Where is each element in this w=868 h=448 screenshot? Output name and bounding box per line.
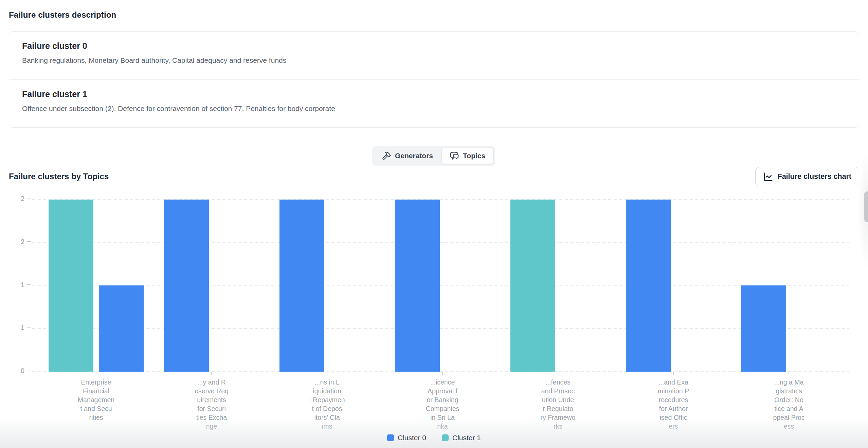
chart-section-title: Failure clusters by Topics [9,172,109,181]
bar-cluster-1[interactable] [49,200,93,372]
bar-cluster-0[interactable] [741,285,786,372]
y-gridline [32,328,849,329]
legend-item-cluster-0[interactable]: Cluster 0 [387,434,426,442]
y-gridline [32,285,849,286]
bar-cluster-0[interactable] [626,200,671,372]
bar-cluster-1[interactable] [510,200,555,372]
x-axis-tick [96,372,96,375]
bar-cluster-0[interactable] [164,200,209,372]
bar-cluster-0[interactable] [395,200,440,372]
x-axis-tick [211,372,212,375]
x-axis-tick [327,372,327,375]
y-tick-mark [27,199,31,199]
y-axis-tick-label: 1 [7,324,31,332]
y-tick-mark [27,328,31,328]
y-tick-mark [27,241,31,242]
cluster-item-1: Failure cluster 1 Offence under subsecti… [9,79,859,127]
legend-item-cluster-1[interactable]: Cluster 1 [442,434,481,442]
view-toggle: Generators Topics [372,146,495,166]
chart-legend: Cluster 0Cluster 1 [0,434,868,442]
legend-label: Cluster 1 [452,434,481,442]
tab-topics-label: Topics [463,152,485,160]
x-axis-category-label: ...icence Approval f or Banking Companie… [402,378,483,431]
cluster-0-description: Banking regulations, Monetary Board auth… [22,56,845,64]
chat-bubbles-icon [450,151,459,161]
tab-generators[interactable]: Generators [374,148,441,164]
y-gridline [32,242,849,243]
bar-cluster-0[interactable] [279,200,324,372]
y-gridline [32,199,849,200]
y-axis-tick-label: 1 [7,281,31,289]
y-tick-mark [27,284,31,285]
x-axis-category-label: ...ng a Ma gistrate's Order: No tice and… [748,378,830,431]
x-axis-category-label: ...and Exa mination P rocedures for Auth… [633,378,714,431]
x-axis-tick [673,372,674,375]
chart-button-label: Failure clusters chart [778,172,851,181]
bar-cluster-0[interactable] [99,285,144,372]
y-gridline [32,371,849,372]
failure-clusters-chart-button[interactable]: Failure clusters chart [755,167,859,186]
tab-topics[interactable]: Topics [441,148,493,164]
tab-generators-label: Generators [395,152,433,160]
bottom-fade [0,418,868,448]
y-axis-tick-label: 2 [7,238,31,246]
line-chart-icon [763,172,773,182]
x-axis-category-label: ...ns in L iquidation : Repaymen t of De… [286,378,368,431]
hammer-icon [382,151,391,161]
x-axis-category-label: ...fences and Prosec ution Unde r Regula… [517,378,599,431]
legend-label: Cluster 0 [398,434,426,442]
x-axis-category-label: Enterprise Financial Managemen t and Sec… [55,378,137,422]
cluster-1-title: Failure cluster 1 [22,89,845,99]
failure-clusters-card: Failure cluster 0 Banking regulations, M… [9,31,859,128]
scrollbar-thumb[interactable] [864,191,868,222]
x-axis-tick [558,372,558,375]
legend-swatch [442,434,449,441]
page-title: Failure clusters description [9,10,116,20]
y-axis-tick-label: 2 [7,195,31,203]
y-axis-tick-label: 0 [7,367,31,375]
cluster-1-description: Offence under subsection (2), Defence fo… [22,105,845,113]
x-axis-tick [442,372,443,375]
cluster-item-0: Failure cluster 0 Banking regulations, M… [9,32,859,79]
legend-swatch [387,434,394,441]
cluster-0-title: Failure cluster 0 [22,41,845,51]
x-axis-category-label: ...y and R eserve Req uirements for Secu… [171,378,252,431]
y-tick-mark [27,371,31,371]
x-axis-tick [789,372,789,375]
